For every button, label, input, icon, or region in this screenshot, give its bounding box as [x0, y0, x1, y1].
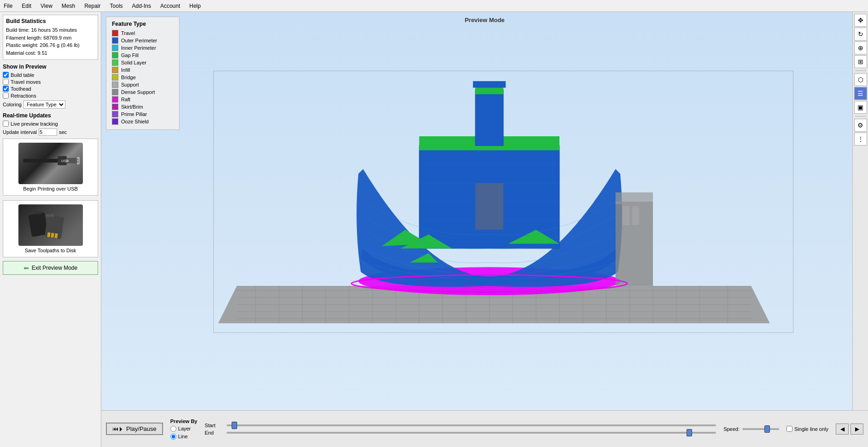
usb-label: Begin Printing over USB	[23, 186, 78, 192]
menu-addins[interactable]: Add-Ins	[130, 2, 153, 10]
legend-support: Support	[112, 81, 174, 88]
svg-rect-57	[475, 183, 503, 230]
legend-infill-label: Infill	[121, 67, 130, 73]
single-line-section: Single line only	[786, 426, 828, 432]
legend-prime-label: Prime Pillar	[121, 111, 147, 117]
menu-edit[interactable]: Edit	[20, 2, 33, 10]
exit-preview-label: Exit Preview Mode	[32, 265, 77, 271]
legend-prime-color	[112, 111, 118, 117]
svg-rect-6	[77, 161, 79, 163]
retractions-checkbox[interactable]	[3, 93, 9, 99]
svg-rect-64	[623, 206, 629, 225]
svg-rect-12	[50, 214, 54, 217]
menu-account[interactable]: Account	[158, 2, 182, 10]
layer-radio[interactable]	[170, 426, 176, 432]
speed-section: Speed:	[723, 426, 779, 432]
svg-rect-11	[46, 214, 50, 217]
legend-support-color	[112, 81, 118, 88]
center-area: Preview Mode Feature Type Travel Outer P…	[101, 12, 868, 447]
svg-rect-56	[473, 81, 506, 87]
single-line-checkbox[interactable]	[786, 426, 792, 432]
legend-bridge-label: Bridge	[121, 75, 136, 80]
legend-outer-label: Outer Perimeter	[121, 38, 157, 43]
zoom-button[interactable]: ⊕	[854, 41, 867, 54]
legend-ooze-color	[112, 118, 118, 125]
menu-file[interactable]: File	[2, 2, 14, 10]
stat-filament: Filament length: 68769.9 mm	[6, 34, 95, 42]
usb-image: USB	[18, 143, 83, 184]
legend-raft-color	[112, 96, 118, 103]
fit-button[interactable]: ⊞	[854, 55, 867, 68]
menu-repair[interactable]: Repair	[82, 2, 102, 10]
menu-view[interactable]: View	[39, 2, 54, 10]
perspective-button[interactable]: ⬡	[854, 73, 867, 86]
3d-scene	[101, 12, 868, 410]
settings-button[interactable]: ⚙	[854, 119, 867, 132]
sd-card-panel[interactable]: Save Toolpaths to Disk	[3, 200, 98, 257]
build-table-label: Build table	[11, 72, 34, 78]
toolhead-checkbox[interactable]	[3, 86, 9, 92]
feature-button[interactable]: ▣	[854, 101, 867, 114]
travel-moves-checkbox[interactable]	[3, 79, 9, 85]
left-panel: Build Statistics Build time: 16 hours 35…	[0, 12, 101, 447]
exit-preview-button[interactable]: ⬅ Exit Preview Mode	[3, 261, 98, 275]
toolhead-row: Toolhead	[3, 86, 98, 92]
retractions-row: Retractions	[3, 93, 98, 99]
layer-view-button[interactable]: ☰	[854, 87, 867, 100]
update-interval-unit: sec	[59, 129, 67, 135]
live-preview-row: Live preview tracking	[3, 121, 98, 127]
update-interval-label: Update interval	[3, 129, 37, 135]
more-button[interactable]: ⋮	[854, 133, 867, 145]
legend-solid-label: Solid Layer	[121, 60, 146, 65]
end-slider-row: End	[204, 430, 716, 435]
legend-solid-layer: Solid Layer	[112, 59, 174, 66]
coloring-label: Coloring	[3, 102, 22, 107]
speed-thumb[interactable]	[764, 425, 770, 433]
legend-skirt: Skirt/Brim	[112, 104, 174, 110]
toolbar-divider-1	[855, 70, 866, 71]
legend-dense-support: Dense Support	[112, 89, 174, 95]
menu-help[interactable]: Help	[187, 2, 203, 10]
toolbar-divider-2	[855, 116, 866, 116]
build-table-checkbox[interactable]	[3, 72, 9, 78]
prev-button[interactable]: ◀	[836, 424, 849, 435]
update-interval-input[interactable]	[39, 128, 57, 136]
realtime-updates-section: Real-time Updates Live preview tracking …	[3, 112, 98, 136]
viewport[interactable]: Preview Mode Feature Type Travel Outer P…	[101, 12, 868, 410]
build-table-row: Build table	[3, 72, 98, 78]
legend-skirt-label: Skirt/Brim	[121, 104, 143, 110]
line-radio[interactable]	[170, 434, 176, 440]
usb-print-card[interactable]: USB Begin Printing over USB	[3, 139, 98, 196]
speed-slider[interactable]	[742, 428, 779, 430]
legend-raft: Raft	[112, 96, 174, 103]
preview-by-title: Preview By	[170, 418, 198, 424]
legend-inner-label: Inner Perimeter	[121, 45, 156, 51]
legend-outer-color	[112, 37, 118, 44]
next-button[interactable]: ▶	[851, 424, 863, 435]
live-preview-checkbox[interactable]	[3, 121, 9, 127]
retractions-label: Retractions	[11, 93, 36, 99]
legend-infill-color	[112, 67, 118, 73]
end-thumb[interactable]	[687, 429, 692, 436]
svg-rect-65	[632, 206, 639, 225]
menu-mesh[interactable]: Mesh	[60, 2, 77, 10]
end-slider[interactable]	[227, 432, 716, 434]
legend-dense-label: Dense Support	[121, 89, 155, 95]
start-thumb[interactable]	[232, 422, 237, 429]
coloring-row: Coloring Feature Type Speed Temperature	[3, 100, 98, 109]
svg-rect-5	[77, 159, 79, 160]
svg-text:USB: USB	[61, 159, 69, 163]
legend-ooze-label: Ooze Shield	[121, 119, 149, 124]
feature-type-legend: Feature Type Travel Outer Perimeter Inne…	[106, 17, 180, 130]
rotate-button[interactable]: ↻	[854, 28, 867, 41]
legend-prime: Prime Pillar	[112, 111, 174, 117]
legend-bridge-color	[112, 74, 118, 81]
svg-rect-63	[616, 192, 653, 204]
menu-tools[interactable]: Tools	[108, 2, 125, 10]
play-icon: ⏮⏵	[112, 425, 124, 432]
coloring-select[interactable]: Feature Type Speed Temperature	[23, 100, 65, 109]
play-pause-button[interactable]: ⏮⏵ Play/Pause	[106, 423, 163, 435]
legend-gap-fill: Gap Fill	[112, 52, 174, 58]
start-slider[interactable]	[227, 424, 716, 426]
pan-button[interactable]: ✥	[854, 14, 867, 27]
